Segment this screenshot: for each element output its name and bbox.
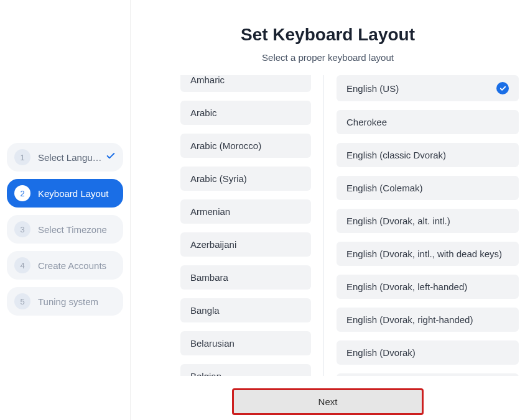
- variant-item[interactable]: English (US): [337, 75, 519, 101]
- variant-item[interactable]: English (Dvorak): [337, 340, 519, 365]
- variant-item-label: English (Dvorak, right-handed): [346, 314, 473, 325]
- variant-item-label: English (Dvorak, left-handed): [346, 281, 467, 292]
- variant-item[interactable]: Cherokee: [337, 110, 519, 134]
- variant-item[interactable]: English (Dvorak, alt. intl.): [337, 209, 519, 233]
- variant-item[interactable]: English (Dvorak, left-handed): [337, 275, 519, 299]
- locale-list[interactable]: AmharicArabicArabic (Morocco)Arabic (Syr…: [180, 75, 311, 376]
- locale-item-label: Azerbaijani: [190, 239, 236, 250]
- variant-item-label: English (classic Dvorak): [346, 150, 446, 160]
- step-item-3[interactable]: 3Select Timezone: [7, 215, 123, 244]
- step-item-5[interactable]: 5Tuning system: [7, 287, 123, 316]
- locale-item-label: Armenian: [190, 206, 230, 217]
- step-number: 4: [14, 257, 30, 273]
- step-label: Select Timezone: [38, 224, 116, 235]
- variant-item[interactable]: English (Colemak): [337, 176, 519, 200]
- check-icon: [106, 151, 116, 163]
- locale-item-label: Arabic (Morocco): [190, 140, 261, 151]
- locale-item[interactable]: Amharic: [180, 75, 311, 92]
- step-label: Select Langu…: [38, 152, 106, 163]
- step-number: 5: [14, 293, 30, 309]
- variant-item-label: Cherokee: [346, 117, 387, 127]
- locale-item[interactable]: Belarusian: [180, 331, 311, 355]
- step-label: Keyboard Layout: [38, 188, 116, 199]
- locale-item[interactable]: Bambara: [180, 265, 311, 290]
- locale-item[interactable]: Arabic (Syria): [180, 167, 311, 191]
- locale-item-label: Arabic (Syria): [190, 173, 247, 184]
- step-number: 1: [14, 149, 30, 165]
- next-button[interactable]: Next: [232, 388, 424, 415]
- list-divider: [323, 75, 324, 376]
- footer: Next: [131, 376, 525, 420]
- locale-item[interactable]: Belgian: [180, 364, 311, 376]
- locale-item[interactable]: Bangla: [180, 298, 311, 322]
- layout-lists: AmharicArabicArabic (Morocco)Arabic (Syr…: [131, 75, 525, 376]
- selected-check-icon: [496, 82, 509, 94]
- variant-item[interactable]: English (Dvorak, right-handed): [337, 308, 519, 332]
- locale-item[interactable]: Arabic (Morocco): [180, 134, 311, 158]
- step-item-2[interactable]: 2Keyboard Layout: [7, 179, 123, 208]
- locale-item[interactable]: Arabic: [180, 101, 311, 125]
- variant-item-label: English (Colemak): [346, 183, 423, 193]
- header: Set Keyboard Layout Select a proper keyb…: [131, 25, 525, 63]
- variant-item-label: English (US): [346, 83, 399, 94]
- locale-item[interactable]: Armenian: [180, 199, 311, 224]
- step-number: 3: [14, 221, 30, 237]
- step-item-4[interactable]: 4Create Accounts: [7, 251, 123, 280]
- variant-item-label: English (Dvorak, alt. intl.): [346, 216, 450, 226]
- variant-item[interactable]: English (Dvorak, intl., with dead keys): [337, 242, 519, 266]
- variant-list[interactable]: English (US)CherokeeEnglish (classic Dvo…: [337, 75, 519, 376]
- step-item-1[interactable]: 1Select Langu…: [7, 143, 123, 171]
- page-subtitle: Select a proper keyboard layout: [131, 52, 525, 63]
- variant-item[interactable]: English (classic Dvorak): [337, 143, 519, 167]
- page-title: Set Keyboard Layout: [131, 25, 525, 45]
- locale-item-label: Arabic: [190, 107, 217, 118]
- variant-item-label: English (Dvorak): [346, 347, 416, 358]
- step-label: Tuning system: [38, 296, 116, 307]
- locale-item-label: Belarusian: [190, 338, 235, 349]
- step-label: Create Accounts: [38, 260, 116, 271]
- main-panel: Set Keyboard Layout Select a proper keyb…: [131, 0, 525, 420]
- step-number: 2: [14, 185, 30, 201]
- locale-item-label: Belgian: [190, 371, 221, 376]
- locale-item[interactable]: Azerbaijani: [180, 232, 311, 257]
- locale-item-label: Amharic: [190, 75, 225, 85]
- variant-item-label: English (Dvorak, intl., with dead keys): [346, 249, 502, 259]
- locale-item-label: Bangla: [190, 305, 220, 316]
- sidebar: 1Select Langu…2Keyboard Layout3Select Ti…: [0, 0, 131, 420]
- locale-item-label: Bambara: [190, 272, 228, 283]
